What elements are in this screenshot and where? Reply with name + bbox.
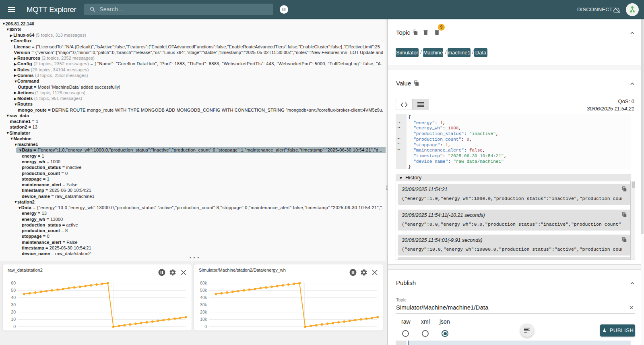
svg-text:60: 60 bbox=[11, 281, 16, 285]
svg-text:50k: 50k bbox=[200, 288, 207, 293]
svg-text:50: 50 bbox=[11, 288, 16, 293]
svg-text:40k: 40k bbox=[200, 295, 207, 300]
svg-text:10: 10 bbox=[11, 317, 16, 322]
svg-text:20k: 20k bbox=[200, 310, 207, 314]
svg-text:30: 30 bbox=[11, 302, 16, 307]
svg-text:0: 0 bbox=[204, 324, 207, 329]
svg-text:40: 40 bbox=[11, 295, 16, 300]
svg-text:10k: 10k bbox=[200, 317, 207, 322]
svg-text:20: 20 bbox=[11, 310, 16, 314]
svg-text:30k: 30k bbox=[200, 302, 207, 307]
svg-text:0: 0 bbox=[13, 324, 16, 329]
svg-text:60k: 60k bbox=[200, 281, 207, 285]
